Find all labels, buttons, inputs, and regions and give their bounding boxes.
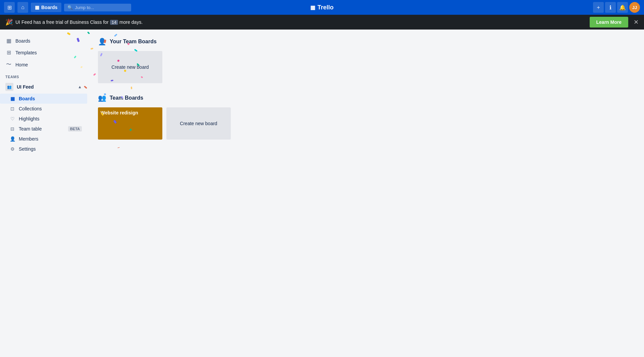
banner-close-button[interactable]: ✕ (634, 18, 639, 26)
team-boards-header: 👥 Team Boards (98, 94, 633, 102)
banner-emoji: 🎉 (5, 18, 13, 26)
banner-text: UI Feed has a free trial of Business Cla… (15, 19, 587, 25)
teams-section-label: TEAMS (0, 71, 87, 80)
collections-icon: ⊡ (9, 106, 15, 111)
info-button[interactable]: ℹ (605, 2, 616, 13)
boards-nav-button[interactable]: ▦ Boards (31, 3, 61, 12)
trial-days-badge: 14 (110, 20, 118, 25)
home-nav-icon: 〜 (5, 61, 12, 68)
table-icon: ⊟ (9, 126, 15, 132)
sidebar-subitem-team-table[interactable]: ⊟ Team table BETA (0, 124, 87, 134)
sidebar: ▦ Boards ⊞ Templates 〜 Home TEAMS 👥 UI F… (0, 30, 87, 357)
search-input[interactable]: 🔍 Jump to... (64, 4, 131, 11)
team-boards-grid: Website redisign Create new board (98, 107, 633, 140)
search-icon: 🔍 (67, 5, 73, 10)
create-new-board-button-team[interactable]: Create new board (166, 107, 231, 140)
apps-menu-button[interactable]: ⊞ (4, 2, 15, 13)
main-content: 👤 Your Team Boards Create new board 👥 Te… (87, 30, 644, 357)
team-expand-icon: ▲ (78, 85, 82, 89)
board-website-redesign[interactable]: Website redisign (98, 107, 162, 140)
create-new-board-button-personal[interactable]: Create new board (98, 51, 162, 83)
sidebar-subitem-settings[interactable]: ⚙ Settings (0, 144, 87, 154)
nav-right-actions: ＋ ℹ 🔔 JJ (593, 2, 640, 13)
sidebar-subitem-members[interactable]: 👤 Members (0, 134, 87, 144)
sidebar-subitem-boards[interactable]: ▦ Boards (0, 94, 87, 104)
bell-icon: 🔔 (619, 4, 626, 11)
team-icon: 👥 (5, 83, 13, 91)
sidebar-item-templates[interactable]: ⊞ Templates (0, 47, 87, 58)
plus-icon: ＋ (596, 4, 601, 11)
home-icon: ⌂ (21, 4, 24, 10)
templates-icon: ⊞ (5, 49, 12, 56)
members-icon: 👤 (9, 136, 15, 142)
sidebar-item-boards[interactable]: ▦ Boards (0, 35, 87, 47)
boards-icon: ▦ (5, 38, 12, 44)
apps-grid-icon: ⊞ (7, 4, 12, 11)
board-icon: ▦ (35, 5, 39, 10)
settings-icon: ⚙ (9, 146, 15, 152)
learn-more-button[interactable]: Learn More (590, 17, 628, 28)
sub-boards-icon: ▦ (9, 96, 15, 101)
notifications-button[interactable]: 🔔 (617, 2, 628, 13)
info-icon: ℹ (609, 4, 611, 11)
trial-banner: 🎉 UI Feed has a free trial of Business C… (0, 15, 644, 30)
beta-badge: BETA (68, 126, 82, 132)
sidebar-item-home[interactable]: 〜 Home (0, 58, 87, 71)
create-button[interactable]: ＋ (593, 2, 604, 13)
your-team-boards-grid: Create new board (98, 51, 633, 83)
body-layout: + − ▦ Boards ⊞ Templates 〜 Home TEAMS 👥 … (0, 30, 644, 357)
trello-logo-icon: ▦ (310, 4, 315, 11)
trello-logo: ▦ Trello (310, 4, 333, 11)
team-icon-main: 👥 (98, 94, 106, 102)
your-team-boards-header: 👤 Your Team Boards (98, 38, 633, 46)
top-navigation: ⊞ ⌂ ▦ Boards 🔍 Jump to... ▦ Trello ＋ ℹ 🔔… (0, 0, 644, 15)
sidebar-subitem-collections[interactable]: ⊡ Collections (0, 104, 87, 114)
person-icon: 👤 (98, 38, 106, 46)
highlights-icon: ♡ (9, 116, 15, 121)
user-avatar[interactable]: JJ (629, 2, 640, 13)
sidebar-subitem-highlights[interactable]: ♡ Highlights (0, 114, 87, 124)
sidebar-team-header[interactable]: 👥 UI Feed ▲ (0, 80, 87, 94)
home-button[interactable]: ⌂ (17, 2, 28, 13)
